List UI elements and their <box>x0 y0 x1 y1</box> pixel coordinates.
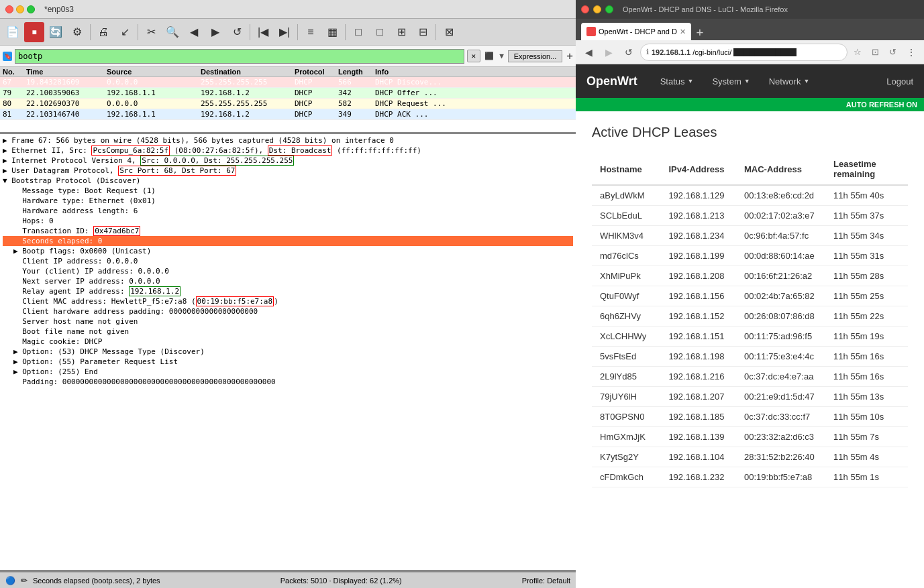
go-last-button[interactable]: ↺ <box>227 22 247 42</box>
table-row[interactable]: K7ytSg2Y 192.168.1.104 28:31:52:b2:26:40… <box>592 447 908 467</box>
packet-row[interactable]: 79 22.100359063 192.168.1.1 192.168.1.2 … <box>0 88 576 99</box>
expand-icon[interactable]: ▶ <box>13 347 22 356</box>
expand-icon[interactable]: ▶ <box>13 247 22 255</box>
nav-network[interactable]: Network ▼ <box>760 64 819 98</box>
detail-line[interactable]: ▶ Frame 67: 566 bytes on wire (4528 bits… <box>3 135 573 145</box>
table-row[interactable]: 8T0GPSN0 192.168.1.185 0c:37:dc:33:cc:f7… <box>592 407 908 427</box>
cell-time: 19.843281609 <box>23 77 104 87</box>
close-capture-button[interactable]: ⚙ <box>67 22 87 42</box>
detail-line[interactable]: ▶ Option: (53) DHCP Message Type (Discov… <box>3 347 573 357</box>
detail-line[interactable]: ▶ Internet Protocol Version 4, Src: 0.0.… <box>3 156 573 166</box>
cell-protocol: DHCP <box>292 99 336 109</box>
browser-close-button[interactable] <box>581 5 589 13</box>
forward-button[interactable]: ▶ <box>600 44 617 61</box>
go-back-button[interactable]: ✂ <box>141 22 161 42</box>
packet-list[interactable]: No. Time Source Destination Protocol Len… <box>0 67 576 134</box>
table-row[interactable]: md76clCs 192.168.1.199 00:0d:88:60:14:ae… <box>592 246 908 266</box>
capture-start-button[interactable]: ▶| <box>274 22 295 42</box>
expand-icon[interactable]: ▶ <box>3 156 11 165</box>
save-button[interactable]: 🔄 <box>46 22 66 42</box>
packet-list-button[interactable]: ⊟ <box>413 22 433 42</box>
packet-row[interactable]: 67 19.843281609 0.0.0.0 255.255.255.255 … <box>0 77 576 88</box>
go-first-button[interactable]: ▶ <box>205 22 225 42</box>
cell-length: 566 <box>336 77 372 87</box>
table-row[interactable]: HmGXmJjK 192.168.1.139 00:23:32:a2:d6:c3… <box>592 427 908 447</box>
colorize-button[interactable]: ▦ <box>322 22 342 42</box>
expand-icon[interactable]: ▶ <box>3 166 11 175</box>
expand-icon[interactable]: ▶ <box>3 146 11 155</box>
maximize-button[interactable] <box>27 5 35 13</box>
zoom-out-button[interactable]: □ <box>370 22 390 42</box>
go-goto-button[interactable]: ◀ <box>184 22 204 42</box>
tab-close-button[interactable]: ✕ <box>680 27 686 36</box>
capture-options-button[interactable]: |◀ <box>253 22 273 42</box>
highlight-box: PcsCompu_6a:82:5f <box>91 145 170 156</box>
detail-line: Your (client) IP address: 0.0.0.0 <box>3 266 573 276</box>
table-row[interactable]: 2L9lYd85 192.168.1.216 0c:37:dc:e4:e7:aa… <box>592 367 908 387</box>
browser-maximize-button[interactable] <box>605 5 613 13</box>
new-tab-button[interactable]: + <box>691 23 709 40</box>
detail-line[interactable]: ▼ Bootstrap Protocol (Discover) <box>3 176 573 186</box>
table-row[interactable]: QtuF0Wyf 192.168.1.156 00:02:4b:7a:65:82… <box>592 286 908 306</box>
browser-tab-active[interactable]: OpenWrt - DHCP and D ✕ <box>581 23 691 40</box>
cell-mac: 00:0d:88:60:14:ae <box>736 246 825 266</box>
bookmark-icon[interactable]: ☆ <box>850 45 865 60</box>
detail-line[interactable]: ▶ Option: (55) Parameter Request List <box>3 357 573 367</box>
cell-ipv4: 192.168.1.104 <box>660 447 736 467</box>
detail-line[interactable]: ▶ User Datagram Protocol, Src Port: 68, … <box>3 166 573 176</box>
packet-row[interactable]: 80 22.102690370 0.0.0.0 255.255.255.255 … <box>0 99 576 109</box>
filter-input[interactable] <box>15 49 464 64</box>
go-fwd-button[interactable]: 🔍 <box>162 22 183 42</box>
reader-view-icon[interactable]: ⊡ <box>868 45 882 60</box>
filter-fwd-button[interactable]: ▼ <box>498 50 505 62</box>
url-bar[interactable]: ℹ 192.168.1.1 /cgi-bin/luci/ ███████████… <box>640 44 848 61</box>
zoom-in-button[interactable]: □ <box>348 22 368 42</box>
browser-minimize-button[interactable] <box>593 5 601 13</box>
detail-line[interactable]: ▶ Bootp flags: 0x0000 (Unicast) <box>3 246 573 256</box>
more-button[interactable]: ⋮ <box>903 44 920 61</box>
table-row[interactable]: aByLdWkM 192.168.1.129 00:13:e8:e6:cd:2d… <box>592 185 908 206</box>
expand-icon[interactable]: ▼ <box>3 176 11 185</box>
minimize-button[interactable] <box>16 5 24 13</box>
refresh-url-button[interactable]: ↺ <box>885 45 900 60</box>
table-row[interactable]: WHlKM3v4 192.168.1.234 0c:96:bf:4a:57:fc… <box>592 226 908 246</box>
open-file-button[interactable]: 📄 <box>3 22 23 42</box>
detail-line[interactable]: ▶ Ethernet II, Src: PcsCompu_6a:82:5f (0… <box>3 145 573 156</box>
nav-status[interactable]: Status ▼ <box>651 64 703 98</box>
cell-mac: 28:31:52:b2:26:40 <box>736 447 825 467</box>
expand-icon[interactable]: ▶ <box>3 136 11 145</box>
expand-icon[interactable]: ▶ <box>13 357 22 366</box>
detail-line[interactable]: ▶ Option: (255) End <box>3 367 573 377</box>
back-button[interactable]: ◀ <box>580 44 597 61</box>
cell-destination: 192.168.1.2 <box>198 88 292 98</box>
filter-clear-button[interactable]: ✕ <box>467 50 481 62</box>
misc-button[interactable]: ⊠ <box>439 22 459 42</box>
resize-button[interactable]: ⊞ <box>391 22 411 42</box>
display-filter-button[interactable]: ≡ <box>301 22 321 42</box>
table-row[interactable]: 79jUY6lH 192.168.1.207 00:21:e9:d1:5d:47… <box>592 387 908 407</box>
table-row[interactable]: XcLCHHWy 192.168.1.151 00:11:75:ad:96:f5… <box>592 327 908 347</box>
open-button[interactable]: ■ <box>24 22 44 42</box>
col-destination: Destination <box>198 67 292 76</box>
find-button[interactable]: ↙ <box>115 22 135 42</box>
filter-back-button[interactable]: ⬛ <box>483 50 495 62</box>
table-row[interactable]: SCLbEduL 192.168.1.213 00:02:17:02:a3:e7… <box>592 206 908 226</box>
filter-dropdown-button[interactable]: Expression... <box>508 50 563 62</box>
table-row[interactable]: 5vsFtsEd 192.168.1.198 00:11:75:e3:e4:4c… <box>592 347 908 367</box>
nav-system[interactable]: System ▼ <box>703 64 759 98</box>
cell-lease: 11h 55m 25s <box>825 286 908 306</box>
table-row[interactable]: cFDmkGch 192.168.1.232 00:19:bb:f5:e7:a8… <box>592 467 908 487</box>
close-button[interactable] <box>5 5 13 13</box>
table-row[interactable]: XhMiPuPk 192.168.1.208 00:16:6f:21:26:a2… <box>592 266 908 286</box>
table-row[interactable]: 6qh6ZHVy 192.168.1.152 00:26:08:07:86:d8… <box>592 306 908 327</box>
expand-icon[interactable]: ▶ <box>13 367 22 376</box>
print-button[interactable]: 🖨 <box>93 22 113 42</box>
filter-icon: 🔖 <box>3 52 12 61</box>
browser-panel: OpenWrt - DHCP and DNS - LuCI - Mozilla … <box>576 0 924 588</box>
reload-button[interactable]: ↺ <box>620 44 637 61</box>
filter-add-button[interactable]: + <box>566 50 573 62</box>
detail-line: Client MAC address: HewlettP_f5:e7:a8 (0… <box>3 296 573 306</box>
nav-network-arrow: ▼ <box>803 78 809 84</box>
logout-button[interactable]: Logout <box>886 76 913 86</box>
packet-row[interactable]: 81 22.103146740 192.168.1.1 192.168.1.2 … <box>0 109 576 120</box>
